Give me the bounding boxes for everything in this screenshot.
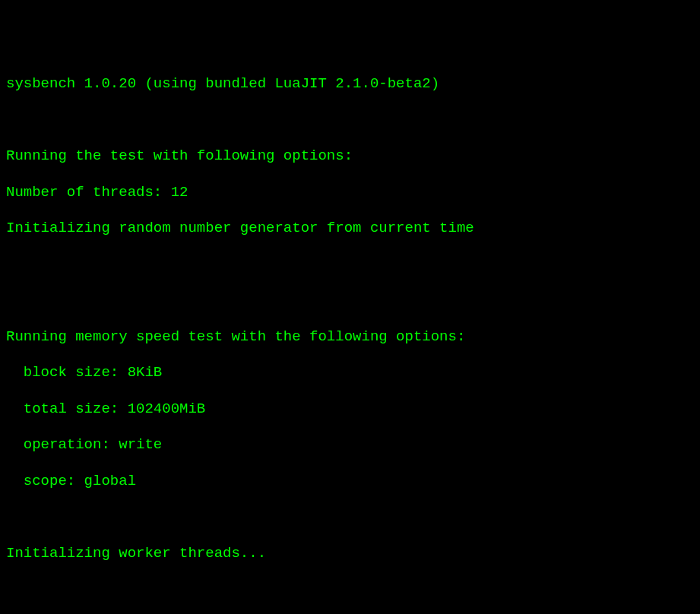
blank-line bbox=[6, 292, 694, 310]
blank-line bbox=[6, 581, 694, 599]
blank-line bbox=[6, 112, 694, 130]
memory-test-heading: Running memory speed test with the follo… bbox=[6, 328, 694, 347]
init-workers-line: Initializing worker threads... bbox=[6, 545, 694, 563]
rng-init-line: Initializing random number generator fro… bbox=[6, 220, 694, 238]
blank-line bbox=[6, 256, 694, 274]
memory-block-size: block size: 8KiB bbox=[6, 364, 694, 382]
memory-total-size: total size: 102400MiB bbox=[6, 400, 694, 419]
sysbench-version-line: sysbench 1.0.20 (using bundled LuaJIT 2.… bbox=[6, 75, 694, 93]
blank-line bbox=[6, 508, 694, 527]
memory-operation: operation: write bbox=[6, 436, 694, 454]
memory-scope: scope: global bbox=[6, 473, 694, 491]
threads-count-line: Number of threads: 12 bbox=[6, 184, 694, 202]
run-options-heading: Running the test with following options: bbox=[6, 147, 694, 166]
